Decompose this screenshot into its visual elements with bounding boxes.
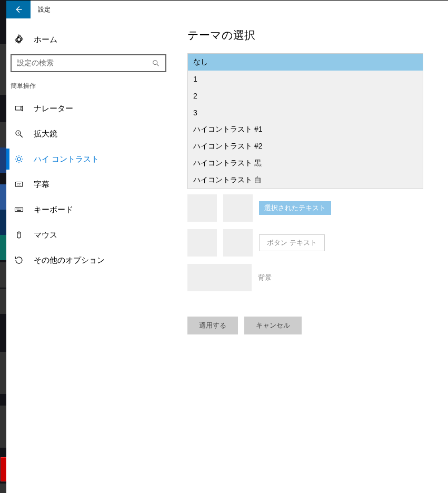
swatch-button-fg[interactable] [187, 229, 217, 257]
svg-point-7 [17, 157, 21, 161]
svg-rect-21 [18, 209, 19, 209]
nav-item-captions[interactable]: CC 字幕 [11, 172, 177, 197]
nav-item-magnifier[interactable]: 拡大鏡 [11, 121, 177, 146]
home-label: ホーム [34, 35, 57, 45]
button-text-sample: ボタン テキスト [259, 234, 325, 251]
page-title: テーマの選択 [187, 28, 442, 43]
other-options-icon [14, 255, 24, 265]
svg-rect-24 [17, 210, 21, 211]
nav-item-keyboard[interactable]: キーボード [11, 197, 177, 222]
svg-point-0 [153, 61, 157, 65]
svg-rect-19 [16, 209, 16, 209]
home-button[interactable]: ホーム [11, 29, 177, 50]
gear-icon [14, 34, 24, 45]
magnifier-icon [14, 129, 24, 139]
theme-option-hc-black[interactable]: ハイコントラスト 黒 [188, 155, 423, 172]
theme-option-2[interactable]: 2 [188, 87, 423, 104]
svg-line-1 [157, 64, 158, 66]
search-placeholder: 設定の検索 [17, 58, 152, 68]
svg-line-14 [16, 161, 17, 162]
svg-line-15 [21, 156, 22, 157]
svg-line-4 [20, 135, 23, 137]
search-icon [152, 59, 160, 67]
swatch-background[interactable] [187, 264, 252, 291]
narrator-icon [14, 103, 24, 114]
theme-option-hc1[interactable]: ハイコントラスト #1 [188, 121, 423, 138]
nav-list: ナレーター 拡大鏡 ハイ コントラスト CC [11, 96, 177, 273]
svg-rect-20 [17, 209, 18, 209]
svg-line-12 [16, 156, 17, 157]
sidebar: ホーム 設定の検索 簡単操作 ナレーター [11, 18, 177, 493]
svg-line-13 [21, 161, 22, 162]
svg-rect-18 [15, 208, 23, 212]
window-header: 設定 [6, 1, 448, 18]
high-contrast-icon [14, 154, 24, 164]
search-input[interactable]: 設定の検索 [11, 54, 166, 72]
nav-item-narrator[interactable]: ナレーター [11, 96, 177, 121]
nav-item-high-contrast[interactable]: ハイ コントラスト [11, 146, 177, 172]
swatch-selected-fg[interactable] [187, 194, 217, 222]
theme-option-hc-white[interactable]: ハイコントラスト 白 [188, 172, 423, 189]
window-title: 設定 [31, 1, 51, 18]
theme-option-1[interactable]: 1 [188, 71, 423, 87]
background-label: 背景 [258, 273, 272, 282]
theme-option-hc2[interactable]: ハイコントラスト #2 [188, 138, 423, 155]
mouse-icon [14, 230, 24, 240]
section-label: 簡単操作 [11, 80, 177, 96]
selected-text-sample: 選択されたテキスト [259, 201, 331, 215]
theme-preview: 選択されたテキスト ボタン テキスト 背景 [187, 189, 423, 304]
theme-option-none[interactable]: なし [188, 54, 423, 71]
back-button[interactable] [6, 1, 31, 18]
swatch-button-bg[interactable] [223, 229, 253, 257]
settings-window: 設定 ホーム 設定の検索 簡単操作 [6, 1, 448, 493]
cancel-button[interactable]: キャンセル [244, 317, 302, 334]
taskbar-sliver [0, 0, 6, 493]
theme-dropdown[interactable]: なし 1 2 3 ハイコントラスト #1 ハイコントラスト #2 ハイコントラス… [187, 53, 423, 189]
swatch-selected-bg[interactable] [223, 194, 253, 222]
captions-icon: CC [14, 179, 24, 190]
back-arrow-icon [14, 5, 23, 14]
apply-button[interactable]: 適用する [187, 317, 238, 334]
nav-item-other-options[interactable]: その他のオプション [11, 248, 177, 273]
action-buttons: 適用する キャンセル [187, 317, 442, 334]
nav-item-mouse[interactable]: マウス [11, 222, 177, 248]
theme-option-3[interactable]: 3 [188, 104, 423, 121]
svg-rect-23 [21, 209, 21, 209]
main-content: テーマの選択 なし 1 2 3 ハイコントラスト #1 ハイコントラスト #2 … [177, 18, 448, 493]
svg-rect-22 [19, 209, 20, 209]
svg-rect-2 [15, 106, 21, 111]
svg-text:CC: CC [17, 183, 21, 186]
keyboard-icon [14, 204, 24, 215]
